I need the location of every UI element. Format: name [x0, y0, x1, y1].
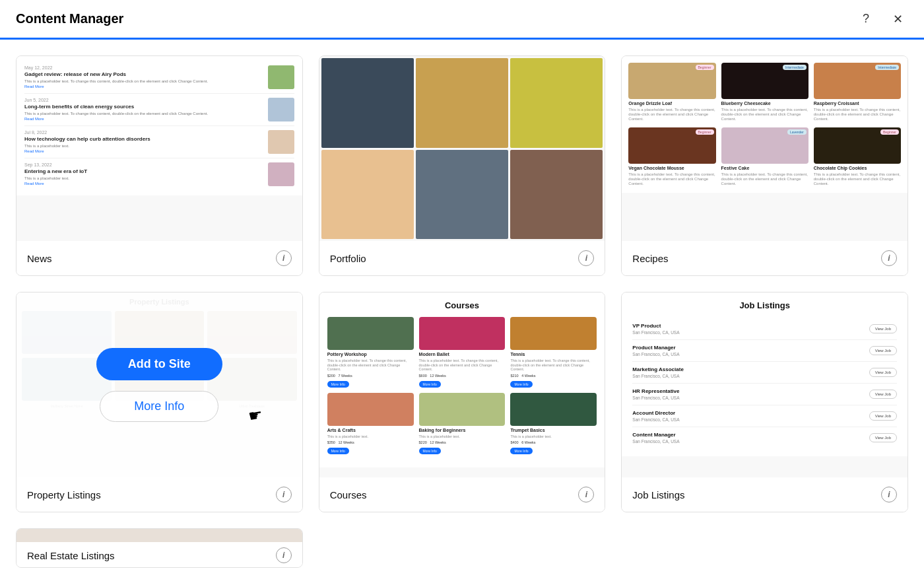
card-job-listings: Job Listings VP Product San Francisco, C…: [621, 292, 908, 512]
recipe-item: Beginner Vegan Chocolate Mousse This is …: [628, 127, 715, 187]
view-job-button[interactable]: View Job: [869, 324, 897, 333]
card-property-listings: Property Listings Mulberry Stre: [16, 292, 303, 512]
recipe-item: Lavender Festive Cake This is a placehol…: [721, 127, 808, 187]
recipe-item: Intermediate Raspberry Croissant This is…: [814, 63, 901, 122]
recipes-card-footer: Recipes i: [622, 241, 908, 275]
view-job-button[interactable]: View Job: [869, 346, 897, 355]
portfolio-image-1: [321, 58, 414, 148]
jobs-title: Job Listings: [632, 300, 897, 310]
course-more-info-btn[interactable]: More Info: [510, 448, 532, 454]
card-courses: Courses Pottery Workshop This is a place…: [319, 292, 606, 512]
news-image-1: [268, 65, 294, 89]
portfolio-info-button[interactable]: i: [578, 250, 594, 266]
news-row: May 12, 2022 Gadget review: release of n…: [24, 61, 294, 94]
course-more-info-btn[interactable]: More Info: [327, 381, 349, 388]
recipe-image-3: Intermediate: [814, 63, 901, 99]
news-image-3: [268, 130, 294, 154]
course-item: Arts & Crafts This is a placeholder text…: [327, 393, 414, 455]
recipes-label: Recipes: [632, 253, 668, 264]
course-image-4: [327, 393, 414, 426]
recipe-item: Beginner Orange Drizzle Loaf This is a p…: [628, 63, 715, 122]
courses-card-footer: Courses i: [319, 477, 605, 512]
more-info-button[interactable]: More Info: [100, 391, 218, 422]
news-image-4: [268, 162, 294, 186]
card-portfolio: Portfolio i: [319, 55, 606, 276]
courses-info-button[interactable]: i: [578, 487, 594, 502]
portfolio-image-6: [510, 150, 603, 240]
job-row: VP Product San Francisco, CA, USA View J…: [632, 318, 897, 340]
news-card-footer: News i: [16, 241, 302, 275]
help-button[interactable]: ?: [855, 9, 876, 30]
course-item: Modern Ballet This is a placeholder text…: [419, 317, 506, 388]
recipes-info-button[interactable]: i: [881, 250, 897, 266]
course-more-info-btn[interactable]: More Info: [419, 381, 441, 388]
card-real-estate: Real Estate Listings i: [16, 528, 303, 568]
title-bar: Content Manager ? ✕: [0, 0, 924, 40]
course-image-6: [510, 393, 597, 426]
recipe-item: Intermediate Blueberry Cheesecake This i…: [721, 63, 808, 122]
property-info-button[interactable]: i: [276, 487, 292, 502]
add-to-site-button[interactable]: Add to Site: [96, 348, 222, 380]
news-preview: May 12, 2022 Gadget review: release of n…: [16, 56, 302, 241]
portfolio-label: Portfolio: [330, 253, 366, 264]
course-item: Tennis This is a placeholder text. To ch…: [510, 317, 597, 388]
courses-preview: Courses Pottery Workshop This is a place…: [319, 292, 605, 477]
recipe-image-1: Beginner: [628, 63, 715, 99]
news-info-button[interactable]: i: [276, 250, 292, 266]
jobs-preview: Job Listings VP Product San Francisco, C…: [622, 292, 908, 477]
news-row: Sep 13, 2022 Entering a new era of IoT T…: [24, 158, 294, 190]
recipe-image-6: Beginner: [814, 127, 901, 164]
course-more-info-btn[interactable]: More Info: [327, 448, 349, 454]
card-recipes: Beginner Orange Drizzle Loaf This is a p…: [621, 55, 908, 276]
job-row: Product Manager San Francisco, CA, USA V…: [632, 340, 897, 362]
app-window: Content Manager ? ✕ May 12, 2022 Gadget …: [0, 0, 924, 585]
job-row: HR Representative San Francisco, CA, USA…: [632, 384, 897, 405]
real-estate-info-button[interactable]: i: [276, 547, 292, 563]
job-row: Marketing Associate San Francisco, CA, U…: [632, 362, 897, 384]
view-job-button[interactable]: View Job: [869, 433, 897, 442]
course-item: Trumpet Basics This is a placeholder tex…: [510, 393, 597, 455]
close-button[interactable]: ✕: [887, 9, 908, 30]
course-more-info-btn[interactable]: More Info: [510, 381, 532, 388]
portfolio-preview: [319, 56, 605, 241]
portfolio-card-footer: Portfolio i: [319, 241, 605, 275]
view-job-button[interactable]: View Job: [869, 390, 897, 399]
course-image-3: [510, 317, 597, 350]
recipe-image-5: Lavender: [721, 127, 808, 164]
course-image-1: [327, 317, 414, 350]
jobs-card-footer: Job Listings i: [622, 477, 908, 512]
course-image-5: [419, 393, 506, 426]
news-row: Jun 5, 2022 Long-term benefits of clean …: [24, 94, 294, 126]
recipe-image-4: Beginner: [628, 127, 715, 164]
course-item: Pottery Workshop This is a placeholder t…: [327, 317, 414, 388]
jobs-info-button[interactable]: i: [881, 487, 897, 502]
recipe-image-2: Intermediate: [721, 63, 808, 99]
real-estate-label: Real Estate Listings: [27, 550, 115, 561]
property-card-footer: Property Listings i: [16, 477, 302, 512]
courses-title: Courses: [327, 300, 597, 310]
cards-grid: May 12, 2022 Gadget review: release of n…: [16, 55, 908, 512]
courses-label: Courses: [330, 489, 367, 500]
portfolio-image-5: [416, 150, 508, 240]
portfolio-image-3: [510, 58, 603, 148]
app-title: Content Manager: [16, 11, 123, 26]
course-image-2: [419, 317, 506, 350]
news-image-2: [268, 98, 294, 121]
recipe-item: Beginner Chocolate Chip Cookies This is …: [814, 127, 901, 187]
course-more-info-btn[interactable]: More Info: [419, 448, 441, 454]
course-item: Baking for Beginners This is a placehold…: [419, 393, 506, 455]
view-job-button[interactable]: View Job: [869, 411, 897, 421]
view-job-button[interactable]: View Job: [869, 368, 897, 377]
property-hover-overlay: Add to Site More Info: [16, 292, 302, 477]
property-label: Property Listings: [27, 489, 101, 500]
content-area: May 12, 2022 Gadget review: release of n…: [0, 40, 924, 585]
jobs-label: Job Listings: [632, 489, 684, 500]
news-label: News: [27, 253, 52, 264]
news-row: Jul 8, 2022 How technology can help curb…: [24, 126, 294, 158]
portfolio-image-4: [321, 150, 414, 240]
job-row: Account Director San Francisco, CA, USA …: [632, 405, 897, 427]
job-row: Content Manager San Francisco, CA, USA V…: [632, 427, 897, 448]
recipes-preview: Beginner Orange Drizzle Loaf This is a p…: [622, 56, 908, 241]
card-news: May 12, 2022 Gadget review: release of n…: [16, 55, 303, 276]
property-preview: Property Listings Mulberry Stre: [16, 292, 302, 477]
